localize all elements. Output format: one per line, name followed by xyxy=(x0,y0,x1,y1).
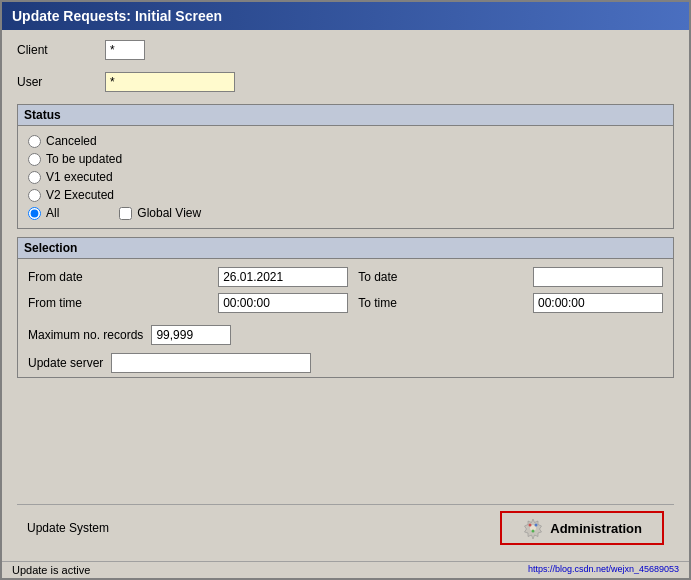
update-server-row: Update server xyxy=(18,349,673,377)
selection-header: Selection xyxy=(18,238,673,259)
user-label: User xyxy=(17,75,97,89)
to-date-label: To date xyxy=(358,270,523,284)
client-label: Client xyxy=(17,43,97,57)
update-server-input[interactable] xyxy=(111,353,311,373)
v2-executed-radio[interactable] xyxy=(28,189,41,202)
status-section: Status Canceled To be updated V1 execute… xyxy=(17,104,674,229)
canceled-label: Canceled xyxy=(46,134,97,148)
status-bar: Update is active https://blog.csdn.net/w… xyxy=(2,561,689,578)
max-records-row: Maximum no. records xyxy=(18,321,673,349)
to-be-updated-label: To be updated xyxy=(46,152,122,166)
status-header: Status xyxy=(18,105,673,126)
v2-executed-row: V2 Executed xyxy=(28,188,663,202)
bottom-area: Update System Administration xyxy=(17,504,674,551)
max-records-input[interactable] xyxy=(151,325,231,345)
client-row: Client xyxy=(17,40,674,60)
status-content: Canceled To be updated V1 executed V2 Ex… xyxy=(18,126,673,228)
global-view-row: Global View xyxy=(119,206,201,220)
canceled-row: Canceled xyxy=(28,134,663,148)
from-date-input[interactable] xyxy=(218,267,348,287)
v1-executed-radio[interactable] xyxy=(28,171,41,184)
selection-section: Selection From date To date From time To… xyxy=(17,237,674,378)
to-time-label: To time xyxy=(358,296,523,310)
watermark: https://blog.csdn.net/wejxn_45689053 xyxy=(528,564,679,576)
v1-executed-row: V1 executed xyxy=(28,170,663,184)
from-time-input[interactable] xyxy=(218,293,348,313)
to-be-updated-row: To be updated xyxy=(28,152,663,166)
max-records-label: Maximum no. records xyxy=(28,328,143,342)
user-row: User xyxy=(17,72,674,92)
client-input[interactable] xyxy=(105,40,145,60)
all-row: All Global View xyxy=(28,206,663,220)
to-be-updated-radio[interactable] xyxy=(28,153,41,166)
svg-point-4 xyxy=(532,530,535,533)
svg-point-3 xyxy=(535,524,538,527)
all-label: All xyxy=(46,206,59,220)
canceled-radio[interactable] xyxy=(28,135,41,148)
all-radio-row: All xyxy=(28,206,59,220)
global-view-checkbox[interactable] xyxy=(119,207,132,220)
update-system-label: Update System xyxy=(27,521,109,535)
user-input[interactable] xyxy=(105,72,235,92)
administration-button-label: Administration xyxy=(550,521,642,536)
administration-button[interactable]: Administration xyxy=(500,511,664,545)
v1-executed-label: V1 executed xyxy=(46,170,113,184)
svg-point-2 xyxy=(529,524,532,527)
update-server-label: Update server xyxy=(28,356,103,370)
title-bar: Update Requests: Initial Screen xyxy=(2,2,689,30)
gear-icon xyxy=(522,517,544,539)
all-radio[interactable] xyxy=(28,207,41,220)
status-message: Update is active xyxy=(12,564,90,576)
v2-executed-label: V2 Executed xyxy=(46,188,114,202)
window-title: Update Requests: Initial Screen xyxy=(12,8,222,24)
selection-grid: From date To date From time To time xyxy=(18,259,673,321)
main-window: Update Requests: Initial Screen Client U… xyxy=(0,0,691,580)
from-time-label: From time xyxy=(28,296,208,310)
status-radio-group: Canceled To be updated V1 executed V2 Ex… xyxy=(28,134,663,220)
to-time-input[interactable] xyxy=(533,293,663,313)
to-date-input[interactable] xyxy=(533,267,663,287)
from-date-label: From date xyxy=(28,270,208,284)
global-view-label: Global View xyxy=(137,206,201,220)
content-area: Client User Status Canceled To be update… xyxy=(2,30,689,561)
